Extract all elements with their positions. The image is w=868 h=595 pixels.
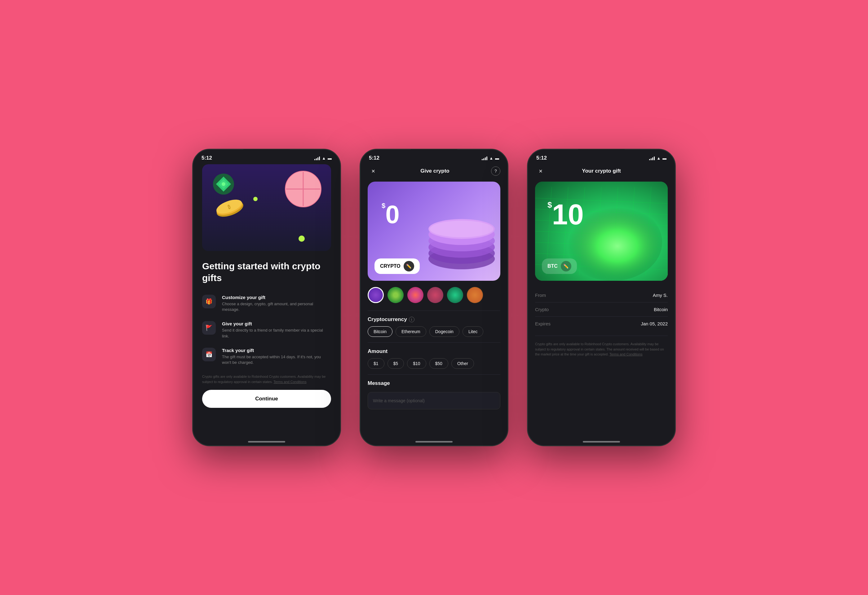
gift-card-label-2: CRYPTO ✏️ — [375, 258, 420, 274]
wifi-icon-1: ▲ — [322, 156, 326, 161]
info-row-from: From Amy S. — [535, 288, 668, 302]
crypto-label-2: CRYPTO — [380, 264, 400, 269]
message-section: Message — [360, 380, 508, 386]
yellow-coin-icon: ₿ — [216, 195, 244, 223]
phone1-title: Getting started with crypto gifts — [202, 260, 331, 284]
time-1: 5:12 — [202, 155, 212, 161]
feature-desc-track: The gift must be accepted within 14 days… — [222, 354, 331, 365]
gift-amount-3: $10 — [548, 200, 584, 229]
message-input[interactable]: Write a message (optional) — [368, 392, 500, 409]
phone1-content: ₿ Getting started with crypto gifts 🎁 — [193, 164, 340, 446]
pill-1[interactable]: $1 — [368, 358, 384, 369]
phone-1: 5:12 ▲ ▬ — [192, 149, 341, 446]
notch-2 — [411, 149, 457, 159]
wifi-icon-3: ▲ — [657, 156, 661, 161]
divider-2 — [368, 342, 500, 343]
phone3-header: × Your crypto gift — [528, 164, 675, 182]
gift-icon: 🎁 — [202, 295, 216, 308]
feature-item-track: 📅 Track your gift The gift must be accep… — [202, 348, 331, 365]
dollar-sign-2: $ — [382, 202, 385, 209]
design-circle-5[interactable] — [447, 287, 463, 303]
info-section-3: From Amy S. Crypto Bitcoin Expires Jan 0… — [528, 288, 675, 331]
time-2: 5:12 — [369, 155, 379, 161]
feature-text-give: Give your gift Send it directly to a fri… — [222, 321, 331, 339]
divider-phone3 — [535, 336, 668, 336]
wifi-icon-2: ▲ — [489, 156, 493, 161]
pill-other[interactable]: Other — [451, 358, 474, 369]
feature-desc-customize: Choose a design, crypto, gift amount, an… — [222, 301, 331, 312]
phone-2: 5:12 ▲ ▬ × Give crypto ? — [360, 149, 508, 446]
phone1-disclaimer-link[interactable]: Terms and Conditions — [273, 380, 306, 384]
phone2-header: × Give crypto ? — [360, 164, 508, 182]
design-circle-1[interactable] — [368, 287, 384, 303]
pink-coin-icon — [285, 171, 322, 208]
signal-icon-1 — [314, 156, 320, 160]
design-circle-3[interactable] — [407, 287, 424, 303]
phone1-disclaimer: Crypto gifts are only available to Robin… — [202, 374, 331, 384]
feature-desc-give: Send it directly to a friend or family m… — [222, 328, 331, 339]
dot-large — [298, 236, 305, 242]
from-value: Amy S. — [653, 293, 668, 298]
flag-icon: 🚩 — [202, 321, 216, 335]
phone3-disclaimer: Crypto gifts are only available to Robin… — [528, 342, 675, 357]
gift-amount-2: $0 — [382, 202, 400, 227]
amount-pills: $1 $5 $10 $50 Other — [368, 358, 500, 369]
battery-icon-2: ▬ — [495, 156, 499, 161]
phone-3: 5:12 ▲ ▬ × Your crypto gift — [527, 149, 676, 446]
from-label: From — [535, 293, 546, 298]
pill-5[interactable]: $5 — [388, 358, 404, 369]
feature-item-give: 🚩 Give your gift Send it directly to a f… — [202, 321, 331, 339]
signal-icon-3 — [649, 156, 655, 160]
feature-text-customize: Customize your gift Choose a design, cry… — [222, 295, 331, 312]
svg-point-3 — [221, 182, 225, 186]
continue-button[interactable]: Continue — [202, 390, 331, 408]
close-button-3[interactable]: × — [535, 165, 546, 177]
time-3: 5:12 — [536, 155, 547, 161]
crypto-pills: Bitcoin Ethereum Dogecoin Litec — [368, 326, 500, 337]
pill-dogecoin[interactable]: Dogecoin — [430, 326, 459, 337]
pill-ethereum[interactable]: Ethereum — [396, 326, 426, 337]
divider-3 — [368, 374, 500, 375]
crypto-label: Crypto — [535, 307, 549, 312]
message-section-title: Message — [368, 380, 500, 386]
design-circle-6[interactable] — [467, 287, 483, 303]
btc-label-text: BTC — [548, 264, 558, 269]
notch-1 — [244, 149, 290, 159]
info-row-expires: Expires Jan 05, 2022 — [535, 317, 668, 331]
battery-icon-3: ▬ — [663, 156, 666, 161]
home-indicator-3 — [583, 441, 620, 443]
status-icons-2: ▲ ▬ — [482, 156, 499, 161]
edit-button-2[interactable]: ✏️ — [404, 261, 414, 271]
green-coin-icon — [213, 174, 234, 194]
gift-card-2: $0 CRYPTO ✏️ — [368, 182, 500, 281]
pill-50[interactable]: $50 — [430, 358, 448, 369]
expires-value: Jan 05, 2022 — [641, 321, 668, 326]
pill-bitcoin[interactable]: Bitcoin — [368, 326, 393, 337]
close-button-2[interactable]: × — [368, 165, 379, 177]
status-icons-1: ▲ ▬ — [314, 156, 332, 161]
help-button-2[interactable]: ? — [491, 166, 500, 176]
crypto-section: Cryptocurrency i Bitcoin Ethereum Dogeco… — [360, 317, 508, 337]
phone3-disclaimer-link[interactable]: Terms and Conditions — [610, 352, 642, 356]
status-icons-3: ▲ ▬ — [649, 156, 666, 161]
crypto-info-icon[interactable]: i — [409, 317, 415, 322]
expires-label: Expires — [535, 321, 551, 326]
battery-icon-1: ▬ — [328, 156, 332, 161]
phones-container: 5:12 ▲ ▬ — [192, 149, 676, 446]
edit-button-3[interactable]: ✏️ — [561, 261, 571, 271]
design-circle-2[interactable] — [388, 287, 404, 303]
design-circle-4[interactable] — [427, 287, 443, 303]
info-row-crypto: Crypto Bitcoin — [535, 302, 668, 317]
amount-section-title: Amount — [368, 348, 500, 355]
divider-1 — [368, 311, 500, 311]
phone1-illustration: ₿ — [202, 164, 331, 251]
svg-point-17 — [430, 221, 493, 237]
gift-card-3: $10 BTC ✏️ — [535, 182, 668, 281]
feature-title-customize: Customize your gift — [222, 295, 331, 300]
feature-text-track: Track your gift The gift must be accepte… — [222, 348, 331, 365]
pill-litecoin[interactable]: Litec — [462, 326, 484, 337]
amount-value-2: 0 — [385, 200, 400, 228]
header-title-3: Your crypto gift — [582, 168, 621, 174]
feature-item-customize: 🎁 Customize your gift Choose a design, c… — [202, 295, 331, 312]
pill-10[interactable]: $10 — [407, 358, 426, 369]
